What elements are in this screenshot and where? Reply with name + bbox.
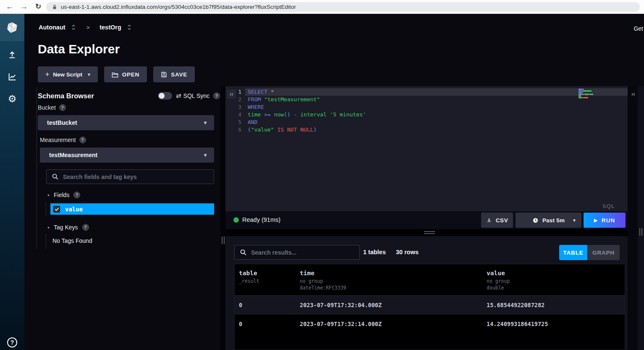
results-view-tabs: TABLE GRAPH — [559, 245, 620, 260]
chevron-down-icon: ▾ — [573, 218, 576, 223]
collapse-right-icon[interactable] — [628, 89, 638, 99]
csv-download-button[interactable]: CSV — [481, 213, 513, 228]
schema-search — [46, 169, 214, 184]
account-name[interactable]: Autonaut — [39, 24, 65, 31]
search-icon — [52, 173, 59, 180]
tree-guide — [46, 202, 46, 216]
help-icon[interactable]: ? — [0, 334, 24, 350]
right-panel-strip — [628, 86, 638, 350]
graphs-icon[interactable] — [0, 68, 24, 85]
tag-keys-help-icon[interactable]: ? — [82, 224, 89, 231]
code-line: 6("value" IS NOT NULL) — [225, 126, 628, 134]
code-lines: 1SELECT *2FROM "testMeasurement"3WHERE4t… — [225, 88, 628, 134]
code-line: 5AND — [225, 118, 628, 126]
right-divider[interactable] — [638, 86, 644, 350]
divider-drag-handle[interactable] — [222, 237, 225, 244]
bucket-label-row: Bucket ? — [38, 104, 66, 111]
download-icon — [486, 217, 492, 223]
sql-sync-control: ⇄ SQL Sync ? — [158, 92, 220, 100]
left-nav-rail: ⚙ ? — [0, 14, 24, 350]
status-text: Ready (91ms) — [242, 216, 280, 223]
save-icon — [161, 71, 167, 78]
script-toolbar: + New Script ▾ OPEN SAVE — [38, 66, 195, 82]
new-script-button[interactable]: + New Script ▾ — [38, 66, 98, 82]
chevron-down-icon: ▾ — [204, 120, 207, 126]
influxdb-data-explorer: ← → ↻ us-east-1-1.aws.cloud2.influxdata.… — [0, 0, 644, 350]
measurement-dropdown[interactable]: testMeasurement ▾ — [40, 147, 214, 163]
sql-editor[interactable]: 1SELECT *2FROM "testMeasurement"3WHERE4t… — [225, 86, 628, 211]
chevron-down-icon: ▾ — [47, 225, 50, 230]
browser-back-icon[interactable]: ← — [4, 1, 15, 12]
fields-section-row[interactable]: ▾ Fields ? — [47, 192, 80, 198]
schema-search-input[interactable] — [63, 174, 209, 180]
search-icon — [240, 249, 247, 256]
code-line: 3WHERE — [225, 103, 628, 111]
results-search-input[interactable] — [251, 249, 354, 256]
sql-sync-help-icon[interactable]: ? — [213, 92, 220, 99]
rows-count: 30 rows — [396, 249, 419, 255]
tag-keys-section-row[interactable]: ▾ Tag Keys ? — [47, 224, 89, 231]
browser-url-bar[interactable]: us-east-1-1.aws.cloud2.influxdata.com/or… — [46, 2, 640, 12]
open-button[interactable]: OPEN — [104, 66, 147, 82]
settings-gear-icon[interactable]: ⚙ — [0, 90, 24, 107]
collapse-left-icon[interactable] — [227, 89, 236, 99]
browser-url: us-east-1-1.aws.cloud2.influxdata.com/or… — [61, 4, 296, 10]
value-checkbox[interactable] — [53, 206, 60, 213]
panel-divider[interactable] — [220, 86, 225, 350]
time-range-dropdown[interactable]: Past 5m ▾ — [516, 213, 581, 228]
org-switcher-icon[interactable] — [126, 24, 132, 31]
code-line: 1SELECT * — [225, 88, 628, 96]
clock-icon — [532, 217, 539, 224]
run-button[interactable]: ▶ RUN — [584, 213, 626, 228]
chevron-down-icon: ▾ — [47, 193, 50, 197]
tab-table[interactable]: TABLE — [559, 245, 587, 260]
sql-sync-label: SQL Sync — [183, 92, 210, 99]
save-button[interactable]: SAVE — [153, 66, 195, 82]
browser-forward-icon[interactable]: → — [18, 1, 29, 12]
upload-icon[interactable] — [0, 47, 24, 63]
table-row: 02023-07-09T17:32:04.000Z15.685449220872… — [235, 295, 625, 314]
results-table-body: 02023-07-09T17:32:04.000Z15.685449220872… — [235, 295, 625, 333]
org-name[interactable]: testOrg — [99, 24, 121, 31]
bucket-help-icon[interactable]: ? — [59, 104, 66, 111]
chevron-down-icon: ▾ — [204, 152, 207, 158]
field-value-row[interactable]: value — [50, 203, 214, 215]
get-link[interactable]: Get — [634, 25, 643, 32]
minimap[interactable] — [579, 89, 594, 98]
schema-browser-title: Schema Browser — [38, 92, 94, 100]
results-table: table_resulttimeno groupdateTime:RFC3339… — [234, 264, 625, 350]
results-table-header: table_resulttimeno groupdateTime:RFC3339… — [235, 264, 625, 295]
browser-chrome: ← → ↻ us-east-1-1.aws.cloud2.influxdata.… — [0, 0, 644, 14]
no-tags-text: No Tags Found — [52, 237, 92, 244]
measurement-label-row: Measurement ? — [40, 137, 86, 143]
schema-panel-edge — [37, 87, 37, 249]
breadcrumb: Autonaut > testOrg — [39, 24, 132, 31]
measurement-help-icon[interactable]: ? — [79, 137, 86, 143]
browser-reload-icon[interactable]: ↻ — [33, 1, 44, 12]
play-icon: ▶ — [594, 218, 598, 223]
tab-graph[interactable]: GRAPH — [587, 245, 620, 260]
table-row: 02023-07-09T17:32:14.000Z14.240993186419… — [235, 314, 625, 333]
fields-help-icon[interactable]: ? — [73, 192, 80, 198]
column-header: timeno groupdateTime:RFC3339 — [296, 270, 482, 295]
status-dot — [233, 217, 239, 223]
column-header: table_result — [235, 270, 296, 295]
influxdb-logo[interactable] — [0, 14, 24, 41]
language-label: SQL — [602, 203, 615, 209]
code-line: 4time >= now() - interval '5 minutes' — [225, 111, 628, 118]
column-header: valueno groupdouble — [482, 270, 625, 295]
sql-sync-toggle[interactable] — [158, 92, 172, 100]
right-divider-handle[interactable] — [639, 228, 642, 236]
lock-icon — [52, 4, 57, 10]
plus-icon: + — [45, 71, 49, 78]
page-title: Data Explorer — [38, 42, 120, 56]
chevron-down-icon: ▾ — [88, 72, 90, 77]
tree-guide — [46, 234, 46, 249]
sync-icon: ⇄ — [176, 92, 181, 100]
bucket-dropdown[interactable]: testBucket ▾ — [38, 115, 214, 130]
tables-count: 1 tables — [363, 249, 386, 255]
code-line: 2FROM "testMeasurement" — [225, 96, 628, 103]
account-switcher-icon[interactable] — [71, 24, 76, 31]
splitter-drag-handle[interactable] — [424, 231, 435, 234]
folder-icon — [112, 71, 118, 78]
